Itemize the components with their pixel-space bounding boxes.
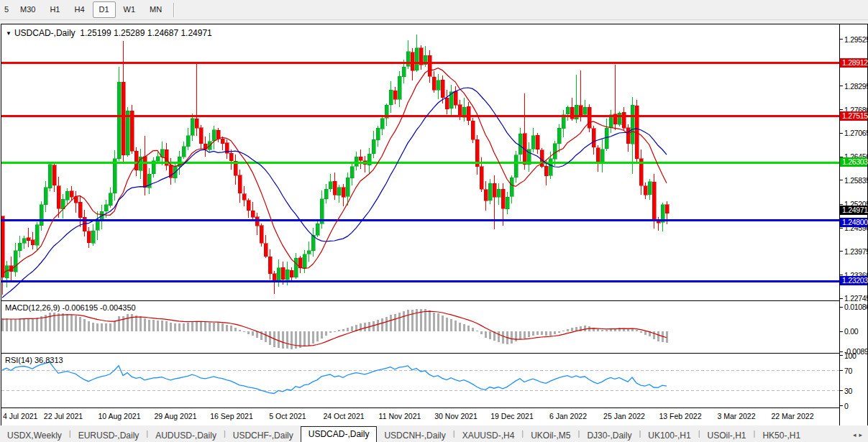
tick-mark: [840, 307, 843, 308]
chart-tab-ukoil[interactable]: UKOil-,M5: [524, 429, 577, 442]
price-level-badge: 1.23203: [840, 276, 867, 285]
price-axis[interactable]: 1.295251.282951.276801.270651.264501.258…: [839, 24, 867, 425]
rsi-axis-tick: 100: [840, 351, 856, 360]
timeframe-button-5[interactable]: 5: [1, 1, 12, 18]
price-level-badge: 1.28912: [840, 58, 867, 68]
tick-mark: [840, 39, 843, 40]
tick-mark: [840, 228, 843, 229]
mt4-chart-app: 5M30H1H4D1W1MN ▼USDCAD-,Daily 1.25199 1.…: [0, 0, 868, 442]
price-level-badge: 1.26303: [840, 157, 867, 167]
timeframe-button-d1[interactable]: D1: [93, 1, 116, 18]
chart-tab-usdchf[interactable]: USDCHF-,Daily: [226, 429, 301, 442]
chart-tab-audusd[interactable]: AUDUSD-,Daily: [148, 429, 224, 442]
chart-title: ▼USDCAD-,Daily 1.25199 1.25289 1.24687 1…: [6, 28, 212, 38]
tick-mark: [840, 180, 843, 180]
tick-mark: [840, 405, 843, 406]
rsi-axis-tick: 0: [840, 402, 849, 410]
price-level-badge: 1.24800: [840, 218, 867, 227]
tab-scroll-arrows: ◂▸: [853, 431, 865, 438]
date-label: 3 Mar 2022: [717, 412, 755, 420]
chart-ohlc-values: 1.25199 1.25289 1.24687 1.24971: [80, 28, 212, 38]
toolbar-separator: [173, 3, 175, 17]
chart-tab-dj30[interactable]: DJ30-,Daily: [580, 429, 639, 442]
macd-label: MACD(12,26,9) -0.006195 -0.004350: [5, 303, 136, 312]
date-label: 30 Nov 2021: [434, 412, 478, 420]
timeframe-button-w1[interactable]: W1: [117, 1, 142, 18]
plot-column: ▼USDCAD-,Daily 1.25199 1.25289 1.24687 1…: [1, 24, 839, 425]
timeframe-button-m30[interactable]: M30: [14, 1, 42, 18]
price-tick: 1.28295: [840, 82, 868, 91]
date-label: 29 Aug 2021: [155, 412, 197, 420]
chart-tab-usdcnh[interactable]: USDCNH-,Daily: [377, 429, 452, 442]
tick-mark: [840, 390, 843, 391]
date-label: 4 Jul 2021: [3, 412, 37, 420]
chart-tab-eurusd[interactable]: EURUSD-,Daily: [71, 429, 147, 442]
macd-axis-tick: 0.010869: [840, 303, 868, 311]
chart-tab-hk50[interactable]: HK50-,H1: [755, 429, 808, 442]
chart-tab-usoil[interactable]: USOil-,H1: [700, 429, 754, 442]
chart-window: ▼USDCAD-,Daily 1.25199 1.25289 1.24687 1…: [1, 24, 868, 426]
chart-tab-uk100[interactable]: UK100-,H1: [641, 429, 698, 442]
date-label: 22 Mar 2022: [772, 412, 814, 420]
date-label: 11 Nov 2021: [379, 412, 421, 420]
tick-mark: [840, 355, 843, 356]
chart-tab-usdx[interactable]: USDX,Weekly: [0, 429, 69, 442]
chart-tab-xauusd[interactable]: XAUUSD-,H4: [455, 429, 522, 442]
rsi-axis-tick: 70: [840, 367, 852, 375]
date-label: 13 Feb 2022: [659, 412, 702, 420]
date-label: 6 Jan 2022: [549, 412, 587, 420]
price-tick: 1.29525: [840, 35, 868, 44]
macd-axis-tick: 0.00: [840, 327, 858, 336]
price-tick: 1.25835: [840, 176, 868, 185]
date-label: 10 Aug 2021: [99, 412, 141, 420]
price-tick: 1.27065: [840, 129, 868, 137]
price-level-badge: 1.27515: [840, 111, 867, 121]
tick-mark: [840, 370, 843, 371]
timeframe-button-h1[interactable]: H1: [43, 1, 66, 18]
timeframe-button-h4[interactable]: H4: [68, 1, 91, 18]
rsi-label: RSI(14) 36.8313: [5, 356, 63, 364]
price-tick: 1.22745: [840, 294, 868, 303]
date-label: 19 Dec 2021: [490, 412, 534, 420]
collapse-caret-icon[interactable]: ▼: [6, 30, 12, 37]
time-axis[interactable]: 4 Jul 202122 Jul 202110 Aug 202129 Aug 2…: [1, 408, 839, 424]
date-label: 16 Sep 2021: [210, 412, 253, 420]
tick-mark: [840, 331, 843, 332]
tick-mark: [840, 251, 843, 252]
timeframe-button-mn[interactable]: MN: [143, 1, 168, 18]
date-label: 25 Jan 2022: [603, 412, 645, 420]
price-tick: 1.23975: [840, 247, 868, 256]
tick-mark: [840, 133, 843, 134]
date-label: 24 Oct 2021: [323, 412, 364, 420]
date-label: 22 Jul 2021: [44, 412, 83, 420]
rsi-axis-tick: 30: [840, 387, 852, 395]
tick-mark: [840, 275, 843, 275]
tab-scroll-right-icon[interactable]: ▸: [859, 431, 865, 438]
tick-mark: [840, 86, 843, 86]
tick-mark: [840, 298, 843, 299]
chart-symbol-label: USDCAD-,Daily: [14, 28, 76, 38]
timeframe-toolbar: 5M30H1H4D1W1MN: [0, 0, 868, 20]
price-level-badge: 1.24971: [840, 206, 867, 215]
macd-panel[interactable]: MACD(12,26,9) -0.006195 -0.004350: [1, 301, 839, 354]
chart-tabs: USDX,Weekly|EURUSD-,Daily|AUDUSD-,Daily|…: [0, 425, 868, 442]
tick-mark: [840, 109, 843, 110]
main-chart-panel[interactable]: ▼USDCAD-,Daily 1.25199 1.25289 1.24687 1…: [1, 24, 839, 301]
chart-tab-usdcad[interactable]: USDCAD-,Daily: [301, 426, 378, 442]
tick-mark: [840, 204, 843, 205]
rsi-panel[interactable]: RSI(14) 36.8313: [1, 354, 839, 408]
date-label: 5 Oct 2021: [269, 412, 306, 420]
